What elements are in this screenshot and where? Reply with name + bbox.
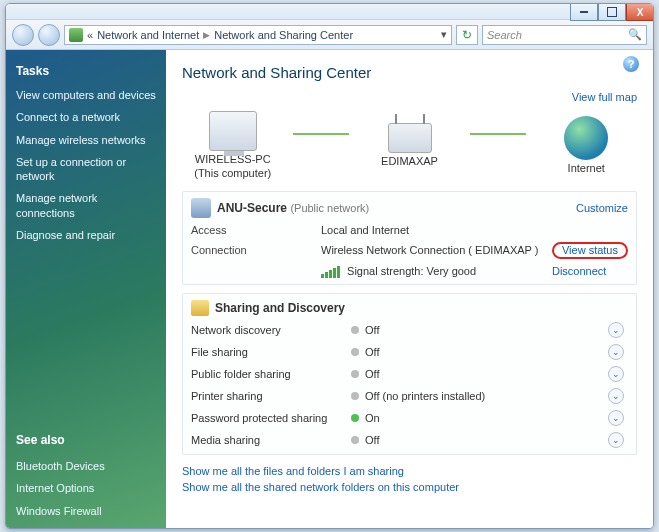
sidebar-item-setup-connection[interactable]: Set up a connection or network [16,155,156,184]
tasks-sidebar: Tasks View computers and devices Connect… [6,50,166,528]
page-title: Network and Sharing Center [182,64,637,81]
status-dot-icon [351,348,359,356]
node-computer-sub: (This computer) [194,167,271,179]
signal-value: Very good [427,265,477,277]
access-value: Local and Internet [321,224,552,236]
sidebar-item-connect[interactable]: Connect to a network [16,110,156,124]
sidebar-item-manage-connections[interactable]: Manage network connections [16,191,156,220]
search-placeholder: Search [487,29,522,41]
network-category: (Public network) [290,202,369,214]
breadcrumb-part1[interactable]: Network and Internet [97,29,199,41]
expand-button[interactable]: ⌄ [608,344,624,360]
sharing-row-label: Network discovery [191,324,351,336]
breadcrumb-part2[interactable]: Network and Sharing Center [214,29,353,41]
breadcrumb-prefix: « [87,29,93,41]
status-dot-icon [351,326,359,334]
network-section: ANU-Secure (Public network) Customize Ac… [182,191,637,285]
computer-icon [209,111,257,151]
sidebar-item-internet-options[interactable]: Internet Options [16,481,156,495]
forward-button[interactable] [38,24,60,46]
signal-strength-icon [321,266,340,278]
network-map: WIRELESS-PC (This computer) EDIMAXAP Int… [182,111,637,181]
help-icon[interactable]: ? [623,56,639,72]
sidebar-item-diagnose[interactable]: Diagnose and repair [16,228,156,242]
show-shared-folders-link[interactable]: Show me all the shared network folders o… [182,479,637,496]
connection-value: Wireless Network Connection ( EDIMAXAP ) [321,244,552,256]
node-internet-name: Internet [568,162,605,176]
sharing-row-label: File sharing [191,346,351,358]
expand-button[interactable]: ⌄ [608,322,624,338]
view-full-map-link[interactable]: View full map [572,91,637,103]
sidebar-item-windows-firewall[interactable]: Windows Firewall [16,504,156,518]
sharing-icon [191,300,209,316]
expand-button[interactable]: ⌄ [608,388,624,404]
chevron-down-icon[interactable]: ▾ [441,28,447,41]
connection-line-icon [470,133,525,135]
sidebar-seealso-header: See also [16,433,156,447]
status-dot-icon [351,370,359,378]
access-label: Access [191,224,321,236]
connection-label: Connection [191,244,321,256]
sharing-row-value: Off [365,324,608,336]
sharing-row-label: Public folder sharing [191,368,351,380]
status-dot-icon [351,392,359,400]
sidebar-item-bluetooth[interactable]: Bluetooth Devices [16,459,156,473]
close-button[interactable]: X [626,3,654,21]
sharing-row-label: Password protected sharing [191,412,351,424]
globe-icon [564,116,608,160]
sharing-header: Sharing and Discovery [215,301,345,315]
minimize-button[interactable] [570,3,598,21]
sharing-row-label: Printer sharing [191,390,351,402]
address-bar[interactable]: « Network and Internet ▶ Network and Sha… [64,25,452,45]
search-input[interactable]: Search 🔍 [482,25,647,45]
sharing-row-value: Off [365,368,608,380]
connection-line-icon [293,133,348,135]
sharing-section: Sharing and Discovery Network discoveryO… [182,293,637,455]
expand-button[interactable]: ⌄ [608,410,624,426]
sharing-row-label: Media sharing [191,434,351,446]
sidebar-tasks-header: Tasks [16,64,156,78]
show-files-link[interactable]: Show me all the files and folders I am s… [182,463,637,480]
sharing-row-value: Off [365,346,608,358]
node-ap-name: EDIMAXAP [381,155,438,169]
sharing-row-value: Off [365,434,608,446]
network-type-icon [191,198,211,218]
sharing-row-value: On [365,412,608,424]
access-point-icon [388,123,432,153]
back-button[interactable] [12,24,34,46]
signal-label: Signal strength: [347,265,423,277]
status-dot-icon [351,414,359,422]
sharing-row-value: Off (no printers installed) [365,390,608,402]
refresh-button[interactable]: ↻ [456,25,478,45]
maximize-button[interactable] [598,3,626,21]
disconnect-link[interactable]: Disconnect [552,265,606,277]
status-dot-icon [351,436,359,444]
expand-button[interactable]: ⌄ [608,366,624,382]
expand-button[interactable]: ⌄ [608,432,624,448]
chevron-right-icon: ▶ [203,30,210,40]
network-name: ANU-Secure [217,201,287,215]
search-icon: 🔍 [628,28,642,41]
control-panel-icon [69,28,83,42]
sidebar-item-view-computers[interactable]: View computers and devices [16,88,156,102]
view-status-link[interactable]: View status [562,244,618,256]
sidebar-item-manage-wireless[interactable]: Manage wireless networks [16,133,156,147]
customize-link[interactable]: Customize [576,202,628,214]
